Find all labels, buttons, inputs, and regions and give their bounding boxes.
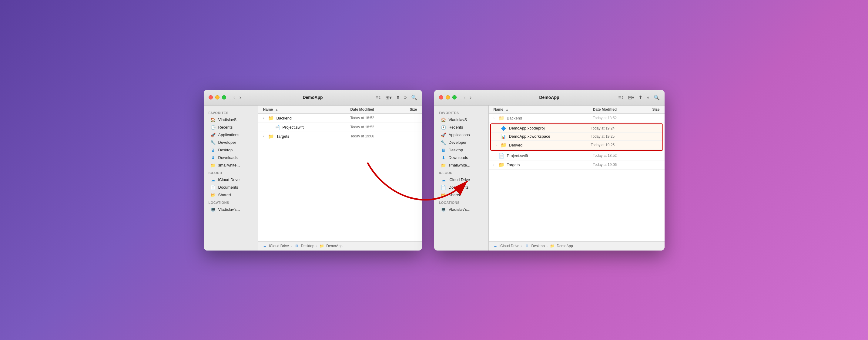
sidebar-item-smallwhite-2[interactable]: 📁 smallwhite... (436, 162, 487, 169)
sidebar-item-vladislavs-2[interactable]: 🏠 VladislavS (436, 116, 487, 123)
sort-indicator-1: ▲ (275, 108, 278, 111)
close-button-1[interactable] (209, 95, 213, 99)
sidebar-item-developer-2[interactable]: 🔧 Developer (436, 139, 487, 146)
sidebar-item-applications-1[interactable]: 🚀 Applications (206, 131, 256, 138)
icloud-breadcrumb-icon: ☁ (262, 244, 268, 248)
computer-icon-2: 💻 (441, 207, 446, 212)
expand-icon[interactable]: › (263, 116, 268, 120)
expand-icon[interactable]: › (494, 163, 498, 166)
back-button-2[interactable]: ‹ (464, 94, 466, 101)
folder-breadcrumb-icon: 📁 (319, 244, 324, 248)
breadcrumb-2: ☁ iCloud Drive › 🖥 Desktop › 📁 DemoApp (492, 244, 573, 248)
sidebar-item-smallwhite-1[interactable]: 📁 smallwhite... (206, 162, 256, 169)
col-header-size-2[interactable]: Size (642, 107, 660, 112)
downloads-icon-2: ⬇ (441, 155, 446, 160)
sidebar-icloud-label-1: iCloud Drive (218, 178, 240, 182)
sidebar-item-mac-2[interactable]: 💻 Vladislav's... (436, 206, 487, 213)
sidebar-desktop-label-2: Desktop (449, 148, 463, 152)
sidebar-desktop-label-1: Desktop (218, 148, 233, 152)
sidebar-item-desktop-1[interactable]: 🖥 Desktop (206, 147, 256, 154)
file-name: Targets (507, 162, 593, 167)
grid-view-icon-2[interactable]: ⊞▾ (628, 95, 634, 100)
sidebar-item-downloads-1[interactable]: ⬇ Downloads (206, 154, 256, 161)
search-icon-2[interactable]: 🔍 (654, 95, 660, 100)
icloud-icon-1: ☁ (210, 178, 216, 182)
file-date: Today at 19:06 (350, 134, 399, 138)
close-button-2[interactable] (439, 95, 443, 99)
expand-icon[interactable]: › (494, 116, 498, 120)
status-bar-1: ☁ iCloud Drive › 🖥 Desktop › 📁 DemoApp (258, 241, 422, 250)
content-area-1: Name ▲ Date Modified Size › 📁 Backend To… (258, 105, 422, 250)
sidebar-item-shared-1[interactable]: 📂 Shared (206, 191, 256, 199)
sidebar-developer-label-1: Developer (218, 140, 236, 145)
sidebar-item-vladislavs-1[interactable]: 🏠 VladislavS (206, 116, 256, 123)
traffic-lights-1[interactable] (209, 95, 226, 99)
sidebar-smallwhite-label-2: smallwhite... (449, 163, 470, 167)
more-icon-2[interactable]: » (647, 95, 649, 100)
developer-icon-1: 🔧 (210, 140, 216, 145)
forward-button-1[interactable]: › (240, 94, 241, 101)
expand-icon[interactable]: › (496, 143, 500, 147)
breadcrumb-demoapp-2: DemoApp (557, 244, 573, 248)
titlebar-2: ‹ › DemoApp ≡↕ ⊞▾ ⬆ » 🔍 (434, 90, 664, 105)
grid-view-icon-1[interactable]: ⊞▾ (385, 95, 392, 100)
table-row[interactable]: › 📁 Targets Today at 19:06 (489, 160, 664, 169)
forward-button-2[interactable]: › (470, 94, 472, 101)
sidebar-developer-label-2: Developer (449, 140, 467, 145)
icloud-label-2: iCloud (434, 169, 489, 176)
table-row[interactable]: › 📁 Targets Today at 19:06 (258, 132, 422, 141)
traffic-lights-2[interactable] (439, 95, 457, 99)
sidebar-item-documents-2[interactable]: 📄 Documents (436, 184, 487, 191)
sidebar-item-desktop-2[interactable]: 🖥 Desktop (436, 147, 487, 154)
minimize-button-1[interactable] (215, 95, 219, 99)
maximize-button-1[interactable] (222, 95, 226, 99)
favorites-label-2: Favorites (434, 109, 489, 116)
list-view-icon-2[interactable]: ≡↕ (618, 95, 623, 100)
applications-icon-2: 🚀 (441, 132, 446, 137)
col-header-size-1[interactable]: Size (399, 107, 417, 112)
sidebar-item-recents-2[interactable]: 🕐 Recents (436, 124, 487, 131)
table-row[interactable]: 📄 Project.swift Today at 18:52 (258, 123, 422, 132)
col-header-name-1[interactable]: Name ▲ (263, 107, 350, 112)
minimize-button-2[interactable] (446, 95, 450, 99)
sidebar-item-mac-1[interactable]: 💻 Vladislav's... (206, 206, 256, 213)
finder-window-1: ‹ › DemoApp ≡↕ ⊞▾ ⬆ » 🔍 Favorites 🏠 Vlad… (204, 90, 422, 250)
sidebar-item-recents-1[interactable]: 🕐 Recents (206, 124, 256, 131)
sidebar-item-applications-2[interactable]: 🚀 Applications (436, 131, 487, 138)
highlight-box: 🔷 DemoApp.xcodeproj Today at 19:24 📊 Dem… (490, 123, 663, 151)
file-list-2: › 📁 Backend Today at 18:52 🔷 DemoApp.xco… (489, 114, 664, 241)
col-header-date-1[interactable]: Date Modified (350, 107, 399, 112)
sidebar-item-shared-2[interactable]: 📂 Shared (436, 191, 487, 199)
sidebar-item-downloads-2[interactable]: ⬇ Downloads (436, 154, 487, 161)
more-icon-1[interactable]: » (404, 95, 407, 100)
folder-icon-1: 📁 (210, 163, 216, 168)
sidebar-item-developer-1[interactable]: 🔧 Developer (206, 139, 256, 146)
table-row[interactable]: 📄 Project.swift Today at 18:52 (489, 151, 664, 160)
table-row[interactable]: › 📁 Derived Today at 19:25 (491, 141, 662, 150)
content-area-2: Name ▲ Date Modified Size › 📁 Backend To… (489, 105, 664, 250)
expand-icon[interactable]: › (263, 134, 268, 138)
back-button-1[interactable]: ‹ (234, 94, 235, 101)
share-icon-2[interactable]: ⬆ (639, 95, 643, 100)
search-icon-1[interactable]: 🔍 (411, 95, 417, 100)
col-header-name-2[interactable]: Name ▲ (494, 107, 593, 112)
sidebar-1: Favorites 🏠 VladislavS 🕐 Recents 🚀 Appli… (204, 105, 258, 250)
list-view-icon-1[interactable]: ≡↕ (376, 95, 381, 100)
sidebar-item-icloud-drive-1[interactable]: ☁ iCloud Drive (206, 176, 256, 184)
home-icon-2: 🏠 (441, 117, 446, 122)
table-row[interactable]: 📊 DemoApp.xcworkspace Today at 19:25 (491, 132, 662, 141)
share-icon-1[interactable]: ⬆ (396, 95, 400, 100)
table-row[interactable]: 🔷 DemoApp.xcodeproj Today at 19:24 (491, 124, 662, 132)
sidebar-item-documents-1[interactable]: 📄 Documents (206, 184, 256, 191)
maximize-button-2[interactable] (452, 95, 457, 99)
folder-icon: 📁 (268, 115, 274, 121)
table-row[interactable]: › 📁 Backend Today at 18:52 (258, 114, 422, 123)
col-header-date-2[interactable]: Date Modified (593, 107, 642, 112)
toolbar-right-1: ≡↕ ⊞▾ ⬆ » 🔍 (376, 95, 417, 100)
home-icon-1: 🏠 (210, 117, 216, 122)
sidebar-item-icloud-drive-2[interactable]: ☁ iCloud Drive (436, 176, 487, 184)
window-body-1: Favorites 🏠 VladislavS 🕐 Recents 🚀 Appli… (204, 105, 422, 250)
finder-window-2: ‹ › DemoApp ≡↕ ⊞▾ ⬆ » 🔍 Favorites 🏠 Vlad… (434, 90, 664, 250)
table-row[interactable]: › 📁 Backend Today at 18:52 (489, 114, 664, 123)
documents-icon-1: 📄 (210, 185, 216, 190)
